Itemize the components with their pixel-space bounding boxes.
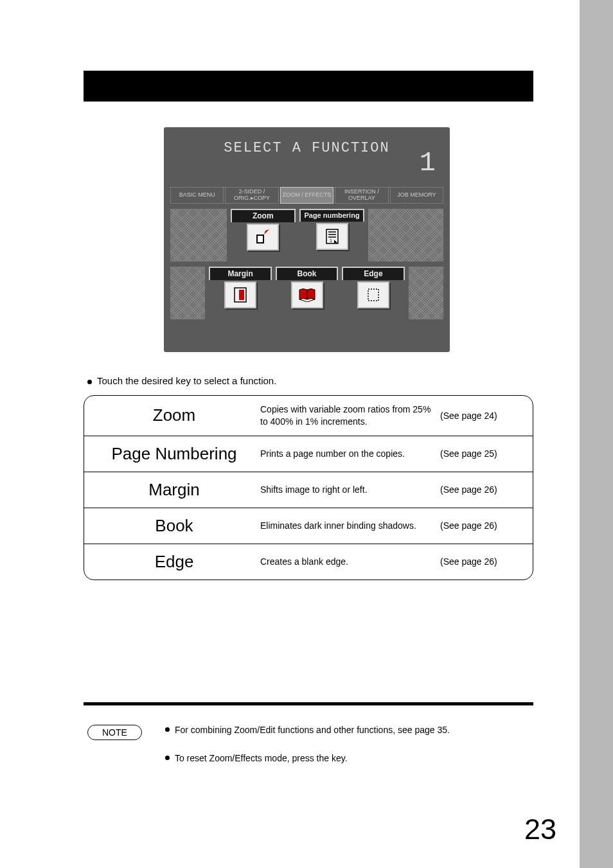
lcd-tab-row: BASIC MENU 2-SIDED / ORIG.▸COPY ZOOM / E…: [164, 187, 450, 204]
lcd-btn-edge[interactable]: Edge: [342, 267, 404, 319]
note-section: NOTE For combining Zoom/Edit functions a…: [84, 725, 533, 763]
func-desc: Creates a blank edge.: [255, 556, 440, 568]
func-page-ref: (See page 24): [440, 411, 524, 421]
dither-left: [170, 209, 227, 261]
table-row: Book Eliminates dark inner binding shado…: [84, 508, 533, 544]
lcd-btn-pagenum-label: Page numbering: [299, 209, 364, 222]
func-page-ref: (See page 26): [440, 520, 524, 531]
lcd-body: Zoom Page numbering: [164, 209, 450, 319]
dither-right: [368, 209, 443, 261]
edge-icon: [357, 281, 389, 308]
lcd-counter: 1: [420, 148, 436, 179]
lcd-btn-zoom[interactable]: Zoom: [231, 209, 296, 261]
lcd-btn-edge-label: Edge: [342, 267, 404, 280]
page-margin-bar: [580, 0, 613, 868]
svg-rect-10: [368, 289, 378, 301]
page-content: SELECT A FUNCTION 1 BASIC MENU 2-SIDED /…: [84, 71, 546, 763]
tab-zoom-effects[interactable]: ZOOM / EFFECTS: [280, 187, 333, 204]
page-number: 23: [524, 813, 556, 846]
instruction-line: Touch the desired key to select a functi…: [87, 375, 546, 386]
note-line-2: To reset Zoom/Effects mode, press the ke…: [165, 753, 450, 763]
table-row: Edge Creates a blank edge. (See page 26): [84, 544, 533, 580]
divider: [84, 702, 533, 705]
func-name-zoom: Zoom: [93, 405, 255, 425]
svg-rect-8: [239, 290, 244, 300]
note-text: For combining Zoom/Edit functions and ot…: [175, 725, 450, 735]
margin-icon: [224, 281, 256, 308]
table-row: Page Numbering Prints a page number on t…: [84, 436, 533, 472]
lcd-btn-margin-label: Margin: [209, 267, 271, 280]
lcd-btn-page-numbering[interactable]: Page numbering 1: [299, 209, 364, 261]
lcd-btn-book[interactable]: Book: [276, 267, 338, 319]
lcd-title: SELECT A FUNCTION: [164, 127, 450, 156]
zoom-icon: [247, 224, 279, 251]
table-row: Margin Shifts image to right or left. (S…: [84, 472, 533, 508]
book-icon: [291, 281, 323, 308]
svg-text:1: 1: [330, 238, 332, 243]
lcd-btn-margin[interactable]: Margin: [209, 267, 271, 319]
tab-job-memory[interactable]: JOB MEMORY: [390, 187, 443, 204]
func-desc: Prints a page number on the copies.: [255, 448, 440, 460]
func-desc: Eliminates dark inner binding shadows.: [255, 520, 440, 532]
table-row: Zoom Copies with variable zoom ratios fr…: [84, 396, 533, 436]
page-numbering-icon: 1: [316, 223, 348, 250]
lcd-screen: SELECT A FUNCTION 1 BASIC MENU 2-SIDED /…: [164, 127, 450, 352]
tab-insertion[interactable]: INSERTION / OVERLAY: [335, 187, 388, 204]
dither-right-2: [409, 267, 443, 319]
bullet-icon: [87, 380, 92, 384]
lcd-row-2: Margin Book: [170, 267, 443, 319]
func-name-margin: Margin: [93, 480, 255, 500]
func-page-ref: (See page 26): [440, 484, 524, 495]
lcd-btn-book-label: Book: [276, 267, 338, 280]
functions-table: Zoom Copies with variable zoom ratios fr…: [84, 395, 533, 580]
func-name-book: Book: [93, 516, 255, 536]
func-page-ref: (See page 25): [440, 448, 524, 459]
instruction-text: Touch the desired key to select a functi…: [97, 375, 276, 386]
func-page-ref: (See page 26): [440, 556, 524, 567]
func-desc: Copies with variable zoom ratios from 25…: [255, 403, 440, 428]
func-desc: Shifts image to right or left.: [255, 484, 440, 496]
dither-left-2: [170, 267, 205, 319]
section-heading-bar: [84, 71, 533, 102]
func-name-pagenum: Page Numbering: [93, 444, 255, 464]
note-pill: NOTE: [87, 725, 142, 740]
func-name-edge: Edge: [93, 552, 255, 572]
svg-rect-1: [258, 236, 263, 242]
tab-basic-menu[interactable]: BASIC MENU: [170, 187, 224, 204]
note-lines: For combining Zoom/Edit functions and ot…: [152, 725, 450, 763]
note-label-col: NOTE: [84, 725, 142, 763]
bullet-icon: [165, 756, 170, 760]
bullet-icon: [165, 727, 170, 732]
lcd-row-1: Zoom Page numbering: [170, 209, 443, 261]
lcd-btn-zoom-label: Zoom: [231, 209, 296, 222]
tab-2sided[interactable]: 2-SIDED / ORIG.▸COPY: [225, 187, 278, 204]
note-text: To reset Zoom/Effects mode, press the ke…: [175, 753, 348, 763]
note-line-1: For combining Zoom/Edit functions and ot…: [165, 725, 450, 735]
